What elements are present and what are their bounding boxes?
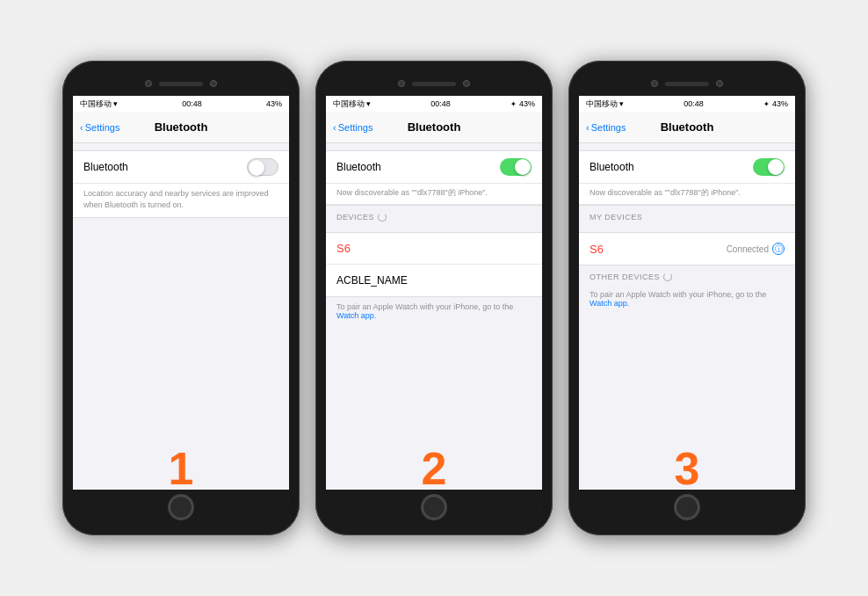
connected-text-3: Connected (727, 244, 769, 254)
status-bar-3: 中国移动 ▾ 00:48 ✦ 43% (579, 96, 795, 112)
device-s6-3[interactable]: S6 Connected ⓘ (579, 233, 795, 265)
chevron-icon-2: ‹ (333, 122, 336, 133)
battery-2: 43% (519, 99, 535, 108)
bluetooth-label-3: Bluetooth (590, 161, 634, 173)
battery-3: 43% (772, 99, 788, 108)
content-1: Bluetooth Location accuracy and nearby s… (73, 143, 289, 490)
phone-1-shell: 中国移动 ▾ 00:48 43% ‹ Settings Bluetooth (73, 71, 289, 525)
home-button-2[interactable] (421, 494, 447, 520)
phone-3-shell: 中国移动 ▾ 00:48 ✦ 43% ‹ Settings Bluetoot (579, 71, 795, 525)
devices-list-2: S6 ACBLE_NAME (326, 232, 542, 297)
nav-bar-1: ‹ Settings Bluetooth (73, 112, 289, 143)
disabled-note-1: Location accuracy and nearby services ar… (73, 184, 289, 217)
bluetooth-toggle-2[interactable] (500, 158, 532, 176)
my-devices-list-3: S6 Connected ⓘ (579, 232, 795, 265)
phone-3-screen: 中国移动 ▾ 00:48 ✦ 43% ‹ Settings Bluetoot (579, 96, 795, 490)
watch-app-link-2[interactable]: Watch app. (336, 311, 376, 320)
bluetooth-row-2: Bluetooth (326, 151, 542, 184)
phone-2-screen: 中国移动 ▾ 00:48 ✦ 43% ‹ Settings Bluetoot (326, 96, 542, 490)
chevron-icon-3: ‹ (586, 122, 590, 133)
phone-3: 中国移动 ▾ 00:48 ✦ 43% ‹ Settings Bluetoot (568, 61, 806, 535)
bluetooth-toggle-1[interactable] (247, 158, 278, 176)
carrier-3: 中国移动 (586, 98, 618, 110)
speaker-3 (665, 82, 709, 86)
bluetooth-icon-2: ✦ (510, 100, 517, 108)
bluetooth-section-3: Bluetooth Now discoverable as ""dlx7788"… (579, 150, 795, 206)
nav-title-1: Bluetooth (155, 120, 208, 134)
bluetooth-icon-3: ✦ (763, 100, 770, 108)
bluetooth-section-1: Bluetooth Location accuracy and nearby s… (73, 150, 289, 218)
bluetooth-label-2: Bluetooth (336, 161, 381, 173)
home-button-1[interactable] (168, 494, 194, 520)
device-acble-2[interactable]: ACBLE_NAME (326, 265, 542, 296)
phone-2: 中国移动 ▾ 00:48 ✦ 43% ‹ Settings Bluetoot (315, 61, 553, 535)
device-name-acble-2: ACBLE_NAME (336, 274, 408, 287)
camera-icon-4 (463, 80, 470, 87)
device-name-s6-2: S6 (336, 242, 351, 255)
status-right-2: ✦ 43% (510, 99, 535, 108)
status-right-1: 43% (266, 99, 282, 108)
phone-3-top-bar (579, 71, 795, 96)
time-1: 00:48 (182, 99, 202, 108)
my-devices-label-3: MY DEVICES (590, 213, 642, 222)
toggle-thumb-2 (515, 159, 531, 175)
toggle-thumb-1 (249, 160, 264, 176)
status-left-3: 中国移动 ▾ (586, 98, 624, 110)
connected-status-3: Connected ⓘ (727, 243, 785, 255)
camera-icon-5 (651, 80, 658, 87)
wifi-icon-3: ▾ (619, 99, 624, 108)
other-devices-label-3: OTHER DEVICES (590, 273, 660, 281)
back-label-1: Settings (85, 122, 120, 133)
phone-1: 中国移动 ▾ 00:48 43% ‹ Settings Bluetooth (62, 61, 300, 535)
phones-container: 中国移动 ▾ 00:48 43% ‹ Settings Bluetooth (45, 43, 823, 553)
watch-note-3: To pair an Apple Watch with your iPhone,… (579, 285, 795, 313)
back-button-2[interactable]: ‹ Settings (333, 122, 373, 133)
status-bar-1: 中国移动 ▾ 00:48 43% (73, 96, 289, 112)
phone-3-bottom (579, 490, 795, 525)
time-3: 00:48 (684, 99, 704, 108)
content-2: Bluetooth Now discoverable as ""dlx7788"… (326, 143, 542, 490)
carrier-1: 中国移动 (80, 98, 112, 110)
camera-icon-6 (716, 80, 723, 87)
wifi-icon-1: ▾ (113, 99, 118, 108)
back-button-1[interactable]: ‹ Settings (80, 122, 119, 133)
battery-1: 43% (266, 99, 282, 108)
home-button-3[interactable] (674, 494, 700, 520)
nav-title-3: Bluetooth (661, 120, 714, 134)
nav-bar-3: ‹ Settings Bluetooth (579, 112, 795, 143)
content-3: Bluetooth Now discoverable as ""dlx7788"… (579, 143, 795, 490)
back-button-3[interactable]: ‹ Settings (586, 122, 626, 133)
camera-icon-3 (398, 80, 405, 87)
watch-app-link-3[interactable]: Watch app. (590, 299, 629, 308)
bluetooth-section-2: Bluetooth Now discoverable as ""dlx7788"… (326, 150, 542, 206)
devices-label-2: DEVICES (336, 213, 374, 222)
status-right-3: ✦ 43% (763, 99, 788, 108)
chevron-icon-1: ‹ (80, 122, 83, 133)
speaker-2 (412, 82, 456, 86)
wifi-icon-2: ▾ (366, 99, 371, 108)
other-devices-header-3: OTHER DEVICES (579, 265, 795, 285)
device-s6-2[interactable]: S6 (326, 233, 542, 265)
carrier-2: 中国移动 (333, 98, 365, 110)
phone-1-screen: 中国移动 ▾ 00:48 43% ‹ Settings Bluetooth (73, 96, 289, 490)
devices-header-2: DEVICES (326, 206, 542, 225)
back-label-3: Settings (591, 122, 626, 133)
status-left-1: 中国移动 ▾ (80, 98, 118, 110)
phone-1-bottom (73, 490, 289, 525)
discoverable-note-3: Now discoverable as ""dlx7788"的 iPhone". (579, 184, 795, 205)
bluetooth-row-3: Bluetooth (579, 151, 795, 184)
phone-1-top-bar (73, 71, 289, 96)
my-devices-header-3: MY DEVICES (579, 206, 795, 225)
phone-2-top-bar (326, 71, 542, 96)
spinner-3 (663, 273, 672, 281)
toggle-thumb-3 (768, 159, 784, 175)
discoverable-note-2: Now discoverable as ""dlx7788"的 iPhone". (326, 184, 542, 205)
speaker (159, 82, 203, 86)
device-name-s6-3: S6 (590, 243, 604, 256)
back-label-2: Settings (338, 122, 373, 133)
status-bar-2: 中国移动 ▾ 00:48 ✦ 43% (326, 96, 542, 112)
status-left-2: 中国移动 ▾ (333, 98, 371, 110)
bluetooth-toggle-3[interactable] (753, 158, 785, 176)
bluetooth-label-1: Bluetooth (83, 161, 128, 173)
info-icon-3[interactable]: ⓘ (772, 243, 785, 255)
